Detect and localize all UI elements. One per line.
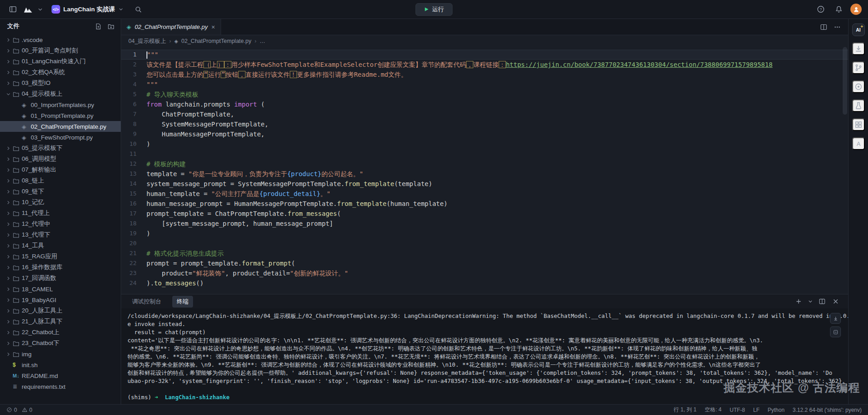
code-line[interactable]: 6from langchain.prompts import ( xyxy=(121,99,848,109)
tree-item-folder[interactable]: 00_开篇词_奇点时刻 xyxy=(0,45,121,56)
tree-item-folder[interactable]: 02_文档QA系统 xyxy=(0,67,121,78)
code-line[interactable]: 13template = "你是一位专业顾问，负责为专注于{product}的公… xyxy=(121,169,848,179)
terminal-dropdown-icon[interactable] xyxy=(806,295,815,308)
tree-item-folder[interactable]: 04_提示模板上 xyxy=(0,89,121,99)
status-item[interactable]: 空格: 4 xyxy=(705,406,722,414)
target-icon[interactable] xyxy=(852,80,865,93)
code-line[interactable]: 16human_message_prompt = HumanMessagePro… xyxy=(121,199,848,209)
grid-apps-icon[interactable] xyxy=(852,118,865,131)
breadcrumb-file[interactable]: 02_ChatPromptTemplate.py xyxy=(181,38,251,44)
ai-assistant-button[interactable]: AI xyxy=(852,23,865,36)
close-panel-icon[interactable] xyxy=(829,295,842,308)
split-panel-icon[interactable] xyxy=(816,295,828,308)
tree-item-folder[interactable]: 17_回调函数 xyxy=(0,273,121,284)
run-button[interactable]: 运行 xyxy=(415,3,453,16)
tree-item-file[interactable]: $init.sh xyxy=(0,359,121,370)
code-line[interactable]: 9 HumanMessagePromptTemplate, xyxy=(121,129,848,139)
flask-icon[interactable] xyxy=(852,99,865,112)
tree-item-folder[interactable]: 14_工具 xyxy=(0,240,121,251)
tree-item-folder[interactable]: 15_RAG应用 xyxy=(0,251,121,262)
editor-scrollbar[interactable] xyxy=(843,47,847,115)
tree-item-folder[interactable]: 23_Chatbot下 xyxy=(0,338,121,349)
tree-item-file[interactable]: ◈00_ImportTemplates.py xyxy=(0,99,121,110)
new-folder-icon[interactable] xyxy=(105,21,116,32)
code-line[interactable]: 7 ChatPromptTemplate, xyxy=(121,109,848,119)
code-line[interactable]: 11 xyxy=(121,149,848,159)
code-line[interactable]: 21# 格式化提示消息生成提示 xyxy=(121,248,848,258)
code-line[interactable]: 15human_template = "公司主打产品是{product_deta… xyxy=(121,189,848,199)
tree-item-folder[interactable]: 07_解析输出 xyxy=(0,164,121,175)
tree-item-folder[interactable]: img xyxy=(0,349,121,359)
code-line[interactable]: 1""" xyxy=(121,50,848,60)
tree-item-folder[interactable]: 05_提示模板下 xyxy=(0,143,121,154)
code-line[interactable]: 2该文件是【提示工程（上）：用少样本FewShotTemplate和Exampl… xyxy=(121,60,848,70)
new-terminal-icon[interactable] xyxy=(792,295,805,308)
tree-item-folder[interactable]: 09_链下 xyxy=(0,186,121,197)
scroll-lock-icon[interactable] xyxy=(830,313,841,324)
chevron-down-icon[interactable] xyxy=(37,6,43,13)
code-line[interactable]: 17prompt_template = ChatPromptTemplate.f… xyxy=(121,209,848,219)
terminal[interactable]: /cloudide/workspace/LangChain-shizhanke/… xyxy=(121,308,848,404)
course-link[interactable]: https://juejin.cn/book/73877023474361303… xyxy=(506,61,773,68)
tree-item-file[interactable]: ◈03_FewShotPrompt.py xyxy=(0,132,121,143)
code-editor[interactable]: 1"""2该文件是【提示工程（上）：用少样本FewShotTemplate和Ex… xyxy=(121,47,848,294)
font-size-icon[interactable]: A xyxy=(852,137,865,150)
status-item[interactable]: UTF-8 xyxy=(730,407,745,413)
git-branch-icon[interactable] xyxy=(852,61,865,74)
close-tab-icon[interactable]: × xyxy=(211,24,215,30)
notifications-bell-icon[interactable] xyxy=(832,3,845,16)
editor-tab[interactable]: ◈ 02_ChatPromptTemplate.py × xyxy=(121,19,221,35)
tree-item-file[interactable]: ◈01_PromptTemplate.py xyxy=(0,110,121,121)
tree-item-folder[interactable]: 12_代理中 xyxy=(0,219,121,229)
tab-terminal[interactable]: 终端 xyxy=(172,296,193,308)
tree-item-folder[interactable]: 11_代理上 xyxy=(0,208,121,219)
tab-debug-console[interactable]: 调试控制台 xyxy=(127,296,166,308)
tree-item-folder[interactable]: 20_人脉工具上 xyxy=(0,305,121,316)
tree-item-file[interactable]: ◈02_ChatPromptTemplate.py xyxy=(0,121,121,132)
code-line[interactable]: 20 xyxy=(121,238,848,248)
status-item[interactable]: 3.12.2 64-bit ('shims': pyenv) xyxy=(793,407,862,413)
code-line[interactable]: 3您可以点击最上方的“运行”按钮，直接运行该文件！更多操作指引请参考Readme… xyxy=(121,70,848,79)
code-line[interactable]: 4""" xyxy=(121,79,848,89)
code-line[interactable]: 10) xyxy=(121,139,848,149)
extension-download-icon[interactable] xyxy=(852,42,865,55)
tree-item-folder[interactable]: 01_LangChain快速入门 xyxy=(0,56,121,67)
tree-item-file[interactable]: M↓README.md xyxy=(0,370,121,381)
code-line[interactable]: 24).to_messages() xyxy=(121,278,848,288)
tree-item-folder[interactable]: 22_Chatbot上 xyxy=(0,327,121,338)
tree-item-folder[interactable]: .vscode xyxy=(0,34,121,45)
user-avatar[interactable] xyxy=(850,4,862,15)
tree-item-file[interactable]: ≣requirements.txt xyxy=(0,381,121,392)
warnings-indicator[interactable]: 0 xyxy=(22,407,33,413)
code-line[interactable]: 22prompt = prompt_template.format_prompt… xyxy=(121,258,848,268)
tree-item-folder[interactable]: 19_BabyAGI xyxy=(0,294,121,305)
code-line[interactable]: 23 product="鲜花装饰", product_detail="创新的鲜花… xyxy=(121,268,848,278)
breadcrumb-more[interactable]: … xyxy=(259,38,265,44)
tree-item-folder[interactable]: 21_人脉工具下 xyxy=(0,316,121,327)
workspace-switcher[interactable]: </> LangChain 实战课 xyxy=(48,4,127,15)
code-line[interactable]: 8 SystemMessagePromptTemplate, xyxy=(121,119,848,129)
tree-item-folder[interactable]: 10_记忆 xyxy=(0,197,121,208)
tree-item-folder[interactable]: 08_链上 xyxy=(0,175,121,186)
errors-indicator[interactable]: 0 xyxy=(6,407,17,413)
status-item[interactable]: LF xyxy=(753,407,760,413)
tree-item-folder[interactable]: 13_代理下 xyxy=(0,229,121,240)
sidebar-toggle-icon[interactable] xyxy=(6,3,19,16)
split-editor-icon[interactable] xyxy=(817,21,830,33)
status-item[interactable]: Python xyxy=(768,407,784,413)
status-item[interactable]: 行 1, 列 1 xyxy=(674,406,697,414)
tree-item-folder[interactable]: 18_CAMEL xyxy=(0,284,121,294)
tree-item-folder[interactable]: 03_模型IO xyxy=(0,78,121,89)
breadcrumb-folder[interactable]: 04_提示模板上 xyxy=(128,37,166,45)
code-line[interactable]: 5# 导入聊天类模板 xyxy=(121,89,848,99)
help-icon[interactable]: ? xyxy=(814,3,827,16)
code-line[interactable]: 18 [system_message_prompt, human_message… xyxy=(121,219,848,228)
new-file-icon[interactable] xyxy=(93,21,104,32)
more-actions-icon[interactable] xyxy=(831,21,844,33)
tree-item-folder[interactable]: 06_调用模型 xyxy=(0,154,121,164)
terminal-settings-icon[interactable] xyxy=(830,326,841,337)
search-icon[interactable] xyxy=(132,3,145,16)
code-line[interactable]: 12# 模板的构建 xyxy=(121,159,848,169)
code-line[interactable]: 19) xyxy=(121,228,848,238)
tree-item-folder[interactable]: 16_操作数据库 xyxy=(0,262,121,273)
